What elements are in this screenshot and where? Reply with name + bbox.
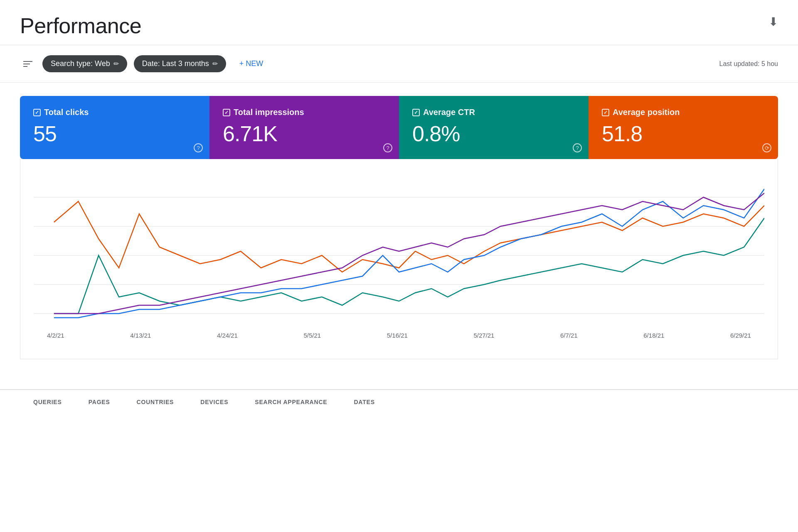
date-range-chip[interactable]: Date: Last 3 months ✏ [134,55,226,72]
date-label-2: 4/24/21 [217,332,238,339]
metric-impressions[interactable]: ✓ Total impressions 6.71K ? [209,96,399,159]
tab-search-appearance[interactable]: SEARCH APPEARANCE [241,389,340,414]
date-label-6: 6/7/21 [560,332,578,339]
tab-countries[interactable]: COUNTRIES [123,389,187,414]
search-type-label: Search type: Web [51,59,110,68]
tab-dates[interactable]: DATES [340,389,388,414]
impressions-value: 6.71K [223,122,386,146]
clicks-checkbox[interactable]: ✓ [33,109,41,116]
search-type-edit-icon: ✏ [113,60,119,68]
ctr-info-icon[interactable]: ? [573,143,582,152]
date-label-0: 4/2/21 [47,332,64,339]
impressions-label: ✓ Total impressions [223,108,386,117]
ctr-checkbox[interactable]: ✓ [412,109,420,116]
new-filter-label: + NEW [239,59,264,68]
metric-ctr[interactable]: ✓ Average CTR 0.8% ? [399,96,589,159]
download-button[interactable]: ⬇ [768,15,778,29]
date-label-1: 4/13/21 [130,332,151,339]
chart-date-labels: 4/2/21 4/13/21 4/24/21 5/5/21 5/16/21 5/… [34,332,764,339]
ctr-label: ✓ Average CTR [412,108,575,117]
page-wrapper: Performance ⬇ Search type: Web ✏ Date: L… [0,0,798,532]
metric-position[interactable]: ✓ Average position 51.8 ⟳ [589,96,778,159]
tab-pages[interactable]: PAGES [75,389,123,414]
date-label-4: 5/16/21 [387,332,408,339]
tabs-row: QUERIES PAGES COUNTRIES DEVICES SEARCH A… [0,389,798,414]
new-filter-button[interactable]: + NEW [233,55,270,72]
filter-bar: Search type: Web ✏ Date: Last 3 months ✏… [0,45,798,83]
performance-chart [34,172,764,330]
date-label-7: 6/18/21 [643,332,664,339]
position-value: 51.8 [602,122,765,146]
ctr-value: 0.8% [412,122,575,146]
position-label: ✓ Average position [602,108,765,117]
clicks-info-icon[interactable]: ? [194,143,203,152]
impressions-info-icon[interactable]: ? [383,143,392,152]
tab-queries[interactable]: QUERIES [20,389,75,414]
position-info-icon[interactable]: ⟳ [762,143,771,152]
tab-devices[interactable]: DEVICES [187,389,241,414]
date-label-5: 5/27/21 [473,332,494,339]
metric-clicks[interactable]: ✓ Total clicks 55 ? [20,96,209,159]
clicks-value: 55 [33,122,196,146]
filter-icon[interactable] [20,58,36,70]
date-label-3: 5/5/21 [304,332,321,339]
metrics-row: ✓ Total clicks 55 ? ✓ Total impressions … [20,96,778,159]
search-type-chip[interactable]: Search type: Web ✏ [42,55,127,72]
date-range-edit-icon: ✏ [212,60,218,68]
date-label-8: 6/29/21 [730,332,751,339]
impressions-checkbox[interactable]: ✓ [223,109,230,116]
date-range-label: Date: Last 3 months [142,59,209,68]
position-checkbox[interactable]: ✓ [602,109,609,116]
page-title: Performance [20,13,778,38]
last-updated-text: Last updated: 5 hou [719,60,778,68]
chart-container: 4/2/21 4/13/21 4/24/21 5/5/21 5/16/21 5/… [20,159,778,359]
clicks-label: ✓ Total clicks [33,108,196,117]
main-content: ✓ Total clicks 55 ? ✓ Total impressions … [0,83,798,373]
page-header: Performance ⬇ [0,0,798,45]
